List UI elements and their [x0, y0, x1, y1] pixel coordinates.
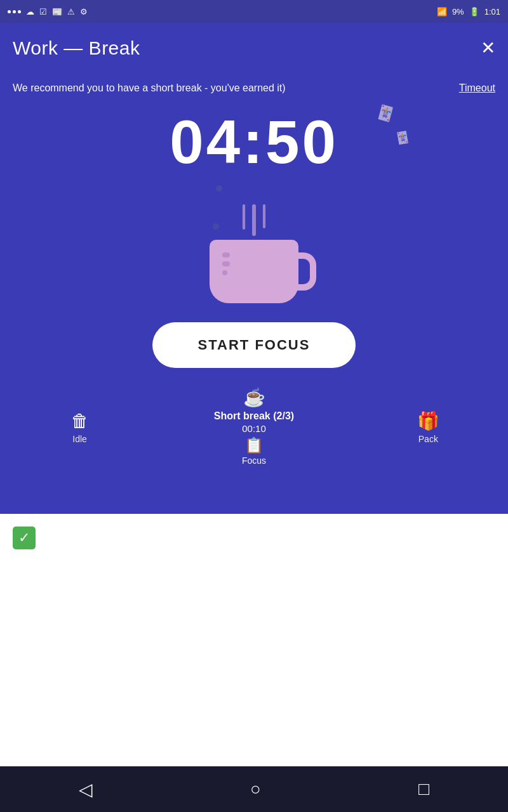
- tab-short-break: Short break (2/3) 00:10 📋 Focus: [214, 410, 294, 466]
- notification-dots: [8, 10, 21, 13]
- idle-icon: 🗑: [71, 410, 89, 431]
- close-button[interactable]: ✕: [481, 39, 495, 57]
- wifi-icon: 📶: [437, 7, 447, 16]
- white-area: ✓: [0, 514, 508, 562]
- checked-checkbox[interactable]: ✓: [13, 527, 36, 549]
- back-button[interactable]: ◁: [79, 779, 93, 800]
- nav-bar: ◁ ○ □: [0, 766, 508, 812]
- timeout-button[interactable]: Timeout: [459, 82, 495, 94]
- focus-icon: 📋: [244, 436, 264, 454]
- recommendation-text: We recommend you to have a short break -…: [13, 82, 451, 94]
- tab-center-cup-icon: ☕: [0, 387, 508, 408]
- battery-level: 9%: [452, 7, 464, 16]
- status-bar-right: 📶 9% 🔋 1:01: [437, 7, 500, 16]
- news-icon: 📰: [52, 7, 62, 16]
- pack-icon: 🎁: [417, 410, 439, 431]
- home-button[interactable]: ○: [250, 779, 261, 799]
- check-mark: ✓: [18, 530, 30, 546]
- clock: 1:01: [485, 7, 500, 16]
- recent-apps-button[interactable]: □: [418, 779, 429, 799]
- pack-label: Pack: [418, 434, 438, 444]
- cup-icon: ☕: [243, 387, 265, 408]
- illustration-section: [0, 185, 508, 316]
- tab-idle[interactable]: 🗑 Idle: [55, 410, 105, 444]
- deco-dot-1: [216, 185, 222, 192]
- cloud-icon: ☁: [26, 7, 34, 16]
- coffee-cup-icon: [210, 240, 298, 303]
- main-content: We recommend you to have a short break -…: [0, 74, 508, 514]
- app-header: Work — Break ✕: [0, 23, 508, 74]
- tab-pack[interactable]: 🎁 Pack: [403, 410, 453, 444]
- status-bar: ☁ ☑ 📰 ⚠ ⚙ 📶 9% 🔋 1:01: [0, 0, 508, 23]
- idle-label: Idle: [72, 434, 87, 444]
- deco-card-icon-1: 🃏: [375, 103, 396, 124]
- recommendation-bar: We recommend you to have a short break -…: [0, 74, 508, 99]
- deco-card-icon-2: 🃏: [394, 129, 410, 145]
- timer-display: 04:50: [170, 112, 338, 173]
- short-break-time: 00:10: [242, 423, 266, 434]
- short-break-title: Short break (2/3): [214, 410, 294, 422]
- start-focus-button[interactable]: START FOCUS: [152, 322, 356, 368]
- app-title: Work — Break: [13, 37, 140, 59]
- warning-icon: ⚠: [67, 7, 75, 16]
- bottom-tabs: ☕ 🗑 Idle Short break (2/3) 00:10 📋 Focus…: [0, 381, 508, 476]
- battery-icon: 🔋: [469, 7, 479, 16]
- settings-icon: ⚙: [80, 7, 88, 16]
- deco-dot-2: [213, 223, 219, 230]
- focus-label: Focus: [242, 455, 266, 466]
- check-icon: ☑: [39, 7, 47, 16]
- status-bar-left: ☁ ☑ 📰 ⚠ ⚙: [8, 7, 88, 16]
- timer-section: 🃏 🃏 04:50: [0, 99, 508, 185]
- tab-row: 🗑 Idle Short break (2/3) 00:10 📋 Focus 🎁…: [0, 410, 508, 466]
- wave-divider: [0, 476, 508, 501]
- steam-lines: [242, 204, 266, 236]
